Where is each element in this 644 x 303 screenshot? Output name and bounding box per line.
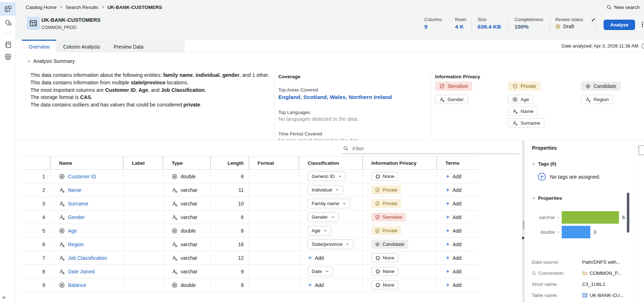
privacy-badge-none[interactable]: None	[371, 267, 398, 276]
add-term-button[interactable]: Add	[445, 174, 462, 179]
add-term-button[interactable]: Add	[445, 201, 462, 207]
column-name-link[interactable]: Date Joined	[68, 269, 95, 274]
panel-resize-splitter[interactable]	[522, 140, 525, 303]
add-tag-button[interactable]	[538, 173, 546, 181]
add-term-button[interactable]: Add	[445, 214, 462, 220]
panel-scrollbar-thumb[interactable]	[627, 193, 629, 233]
length-cell: 11	[210, 183, 249, 197]
classification-cell: Date	[299, 265, 362, 278]
privacy-cell: None	[362, 278, 436, 292]
filter-input[interactable]	[352, 145, 518, 152]
column-name-link[interactable]: Customer ID	[68, 174, 96, 179]
summary-line: The storage format is CAS.	[30, 94, 273, 101]
privacy-badge-private[interactable]: Private	[371, 199, 401, 208]
panel-collapse-arrow[interactable]	[522, 236, 525, 240]
column-name-link[interactable]: Region	[68, 242, 84, 247]
column-header	[22, 157, 50, 169]
classification-select[interactable]: Age	[308, 226, 331, 235]
column-name-link[interactable]: Balance	[68, 282, 86, 288]
classification-select[interactable]: Gender	[308, 212, 339, 222]
type-label: varchar	[181, 255, 197, 261]
add-term-button[interactable]: Add	[445, 269, 462, 274]
shield-check-icon	[375, 201, 380, 206]
sidebar-item-catalog[interactable]	[0, 2, 16, 16]
privacy-badge-sensitive[interactable]: Sensitive	[371, 213, 406, 222]
column-tag[interactable]: Gender	[435, 95, 468, 104]
breadcrumb-search-results[interactable]: Search Results	[65, 5, 98, 10]
add-classification-button[interactable]: Add	[308, 282, 324, 288]
sidebar-item-discover[interactable]	[0, 16, 16, 29]
properties-fields: Data source:Path/DNFS with...Connection:…	[532, 257, 640, 303]
classification-value: Age	[312, 228, 320, 233]
stat-label: Columns	[424, 17, 442, 22]
property-label: Connection:	[532, 270, 582, 276]
stat-divider	[550, 18, 550, 32]
chevron-down-icon	[323, 229, 327, 233]
add-term-button[interactable]: Add	[445, 242, 462, 247]
analysis-summary-header[interactable]: Analysis Summary	[27, 58, 75, 64]
column-name-link[interactable]: Job Classification	[68, 255, 107, 261]
filter-field[interactable]	[342, 143, 519, 154]
terms-cell: Add	[436, 238, 479, 251]
classification-value: Generic ID	[312, 174, 335, 179]
classification-cell: Individual	[299, 183, 362, 197]
table-grid-icon	[582, 293, 587, 298]
column-name-link[interactable]: Name	[68, 187, 81, 193]
privacy-badge-private[interactable]: Private	[371, 226, 401, 235]
breadcrumb-catalog-home[interactable]: Catalog Home	[26, 5, 57, 10]
privacy-badge-private[interactable]: Private	[371, 185, 401, 194]
name-cell: Customer ID	[50, 170, 123, 183]
top-areas-value-link[interactable]: England, Scotland, Wales, Northern Irela…	[278, 94, 421, 100]
tags-section-header[interactable]: Tags (0)	[532, 161, 556, 167]
stat-size: Size 639.4 KB	[478, 17, 501, 30]
overflow-menu-button[interactable]	[639, 21, 644, 29]
classification-select[interactable]: Family name	[308, 199, 350, 208]
classification-select[interactable]: State/province	[308, 239, 353, 249]
sidebar-item-notebook[interactable]	[0, 38, 16, 51]
column-tag[interactable]: Name	[508, 106, 538, 116]
row-number: 3	[22, 197, 50, 210]
tab-column-analysis[interactable]: Column Analysis	[56, 40, 107, 53]
plus-icon	[445, 215, 450, 219]
analyze-button[interactable]: Analyze	[604, 20, 635, 30]
properties-section-header[interactable]: Properties	[532, 195, 562, 201]
column-tag[interactable]: Region	[581, 95, 613, 104]
stat-label: Size	[478, 17, 501, 22]
add-term-button[interactable]: Add	[445, 255, 462, 261]
edit-pencil-icon[interactable]	[591, 18, 596, 22]
column-name-link[interactable]: Age	[68, 228, 77, 234]
sidebar-collapse-button[interactable]: «	[2, 294, 5, 301]
add-classification-button[interactable]: Add	[308, 255, 324, 261]
column-name-link[interactable]: Gender	[68, 214, 85, 220]
tab-preview-data[interactable]: Preview Data	[107, 40, 150, 53]
privacy-badge-label: Candidate	[382, 242, 405, 247]
type-cell: double	[163, 278, 210, 292]
terms-cell: Add	[436, 170, 479, 183]
add-term-button[interactable]: Add	[445, 187, 462, 193]
string-type-icon	[172, 214, 177, 220]
privacy-badge-none[interactable]: None	[371, 280, 398, 289]
string-type-icon	[172, 255, 177, 261]
classification-select[interactable]: Individual	[308, 185, 343, 195]
classification-select[interactable]: Generic ID	[308, 172, 346, 181]
tab-overview[interactable]: Overview	[22, 40, 56, 53]
top-areas-label: Top Areas Covered	[278, 87, 421, 93]
privacy-badge-candidate[interactable]: Candidate	[371, 240, 408, 249]
classification-value: State/province	[312, 242, 342, 247]
add-term-button[interactable]: Add	[445, 228, 462, 234]
classification-select[interactable]: Date	[308, 267, 333, 276]
type-label: double	[181, 282, 196, 288]
stat-value: 639.4 KB	[478, 24, 501, 30]
column-tag[interactable]: Surname	[508, 118, 545, 128]
sidebar-item-privacy[interactable]	[0, 50, 16, 64]
terms-cell: Add	[436, 197, 479, 210]
column-tag[interactable]: Age	[508, 95, 533, 104]
property-field: Table name:UK-BANK-CU...	[532, 290, 640, 301]
privacy-badge-none[interactable]: None	[371, 172, 398, 181]
privacy-badge-none[interactable]: None	[371, 253, 398, 262]
privacy-cell: None	[362, 251, 436, 264]
new-search-button[interactable]: New search	[606, 0, 640, 14]
column-name-link[interactable]: Surname	[68, 201, 88, 207]
add-term-button[interactable]: Add	[445, 282, 462, 288]
panel-flyout-handle[interactable]	[639, 145, 644, 155]
